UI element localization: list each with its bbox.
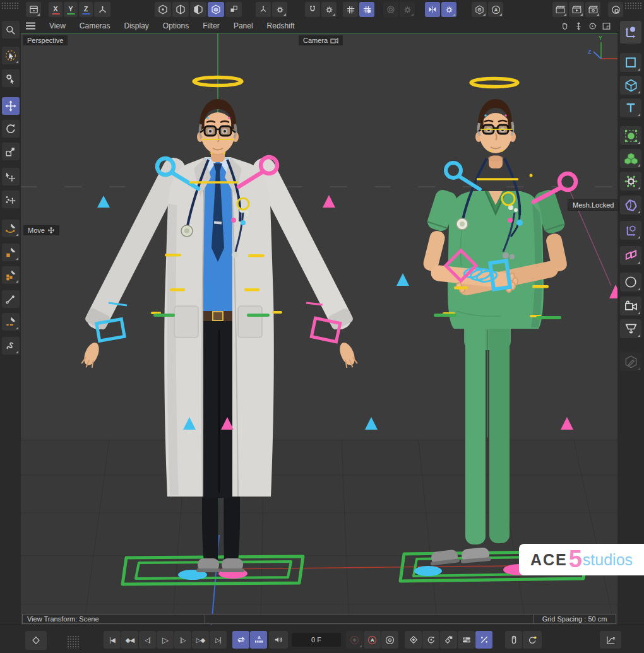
annotation-button[interactable]: A [488, 2, 503, 17]
key-rotation-button[interactable] [422, 631, 439, 649]
maximize-view-icon[interactable] [602, 21, 611, 31]
spline-pen-hard-button[interactable] [2, 244, 20, 261]
paint-brush-button[interactable] [2, 290, 20, 308]
scene-canvas[interactable]: Y X Z [21, 33, 617, 625]
annotation-pencil-button[interactable] [620, 352, 641, 371]
z-lock-button[interactable]: Z [79, 2, 93, 17]
key-interpolation-button[interactable] [475, 631, 492, 649]
render-view-button[interactable] [552, 2, 568, 17]
play-button[interactable]: ▷ [157, 631, 174, 649]
fcurve-button[interactable] [600, 631, 621, 649]
point-move-button[interactable] [2, 191, 20, 208]
axis-modeling-button[interactable] [94, 2, 110, 17]
current-frame-field[interactable]: 0 F [292, 633, 341, 647]
autokey-toggle-button[interactable]: A [364, 631, 381, 649]
polygons-mode-button[interactable] [190, 2, 206, 17]
object-axis-mode-button[interactable] [225, 2, 242, 17]
nurse-left-foot-control[interactable] [414, 566, 442, 576]
scale-tool-button[interactable] [2, 143, 20, 160]
keying-settings-button[interactable] [381, 631, 398, 649]
brush-icon [4, 293, 16, 305]
viewport-panel-button[interactable] [26, 2, 41, 17]
menu-view[interactable]: View [49, 21, 66, 30]
autokey-keys-button[interactable]: A [250, 631, 267, 649]
render-settings-button[interactable] [585, 2, 600, 17]
key-scale-button[interactable] [440, 631, 457, 649]
menu-panel[interactable]: Panel [234, 21, 253, 30]
workplane-button[interactable] [256, 2, 271, 17]
subdivision-generator-button[interactable] [620, 126, 641, 145]
volume-generator-button[interactable] [620, 149, 641, 168]
falloff-button[interactable] [383, 2, 398, 17]
instance-button[interactable] [620, 246, 641, 265]
timeline-drag-handle[interactable] [67, 635, 80, 649]
toolbar-drag-handle[interactable] [1, 2, 20, 10]
material-preview-button[interactable] [608, 2, 623, 17]
menu-icon[interactable] [26, 22, 35, 30]
pan-hand-icon[interactable] [560, 21, 569, 31]
x-lock-button[interactable]: X [49, 2, 63, 17]
quantize-button[interactable] [343, 2, 358, 17]
key-parameters-button[interactable] [458, 631, 475, 649]
rotate-record-button[interactable] [523, 631, 542, 649]
key-position-button[interactable] [405, 631, 422, 649]
camera-label[interactable]: Camera [299, 35, 343, 45]
live-selection-button[interactable] [2, 47, 20, 64]
mouse-record-button[interactable] [505, 631, 522, 649]
sound-button[interactable] [269, 631, 288, 649]
go-to-end-button[interactable]: ▷| [210, 631, 227, 649]
quantize-lock-button[interactable] [359, 2, 374, 17]
go-to-start-button[interactable]: |◀ [104, 631, 121, 649]
record-keyframe-button[interactable] [346, 631, 363, 649]
symmetry-button[interactable] [425, 2, 440, 17]
render-picture-viewer-button[interactable] [569, 2, 584, 17]
loop-playback-button[interactable] [232, 631, 249, 649]
previous-key-button[interactable]: ◆◀ [121, 631, 138, 649]
mesh-locked-button[interactable] [620, 196, 641, 215]
spline-pen-volume-button[interactable] [2, 266, 20, 284]
workplane-settings-button[interactable] [272, 2, 287, 17]
dolly-icon[interactable] [574, 21, 583, 31]
simulation-generator-button[interactable] [620, 172, 641, 191]
rectangle-spline-button[interactable] [620, 53, 641, 72]
menu-filter[interactable]: Filter [203, 21, 220, 30]
menu-display[interactable]: Display [124, 21, 148, 30]
next-key-button[interactable]: ▷◆ [192, 631, 209, 649]
model-mode-button[interactable] [208, 2, 224, 17]
menu-cameras[interactable]: Cameras [80, 21, 110, 30]
viewport-3d[interactable]: Y X Z Perspective Camera Move View Trans… [21, 33, 617, 625]
symmetry-settings-button[interactable] [441, 2, 456, 17]
spline-pen-smooth-button[interactable] [2, 220, 20, 237]
keyframe-diamond-button[interactable] [25, 631, 47, 650]
coordinates-button[interactable] [620, 21, 641, 44]
search-button[interactable] [2, 21, 20, 38]
edges-mode-button[interactable] [172, 2, 189, 17]
camera-object-button[interactable] [620, 297, 641, 315]
sketch-spline-button[interactable] [2, 337, 20, 355]
toolbar-drag-handle-right[interactable] [624, 2, 643, 10]
snap-button[interactable] [305, 2, 320, 17]
view-label[interactable]: Perspective [23, 35, 68, 45]
cursor-move-button[interactable] [2, 168, 20, 185]
menu-options[interactable]: Options [163, 21, 189, 30]
tweak-button[interactable] [2, 69, 20, 87]
spline-pen-dashed-button[interactable] [2, 313, 20, 331]
next-frame-button[interactable]: |▷ [174, 631, 191, 649]
axis-edit-button[interactable] [620, 221, 641, 240]
go-to-start-glyph: |◀ [109, 637, 114, 644]
environment-button[interactable] [620, 273, 641, 291]
move-tool-button[interactable] [2, 97, 20, 115]
text-primitive-button[interactable] [620, 98, 641, 117]
snap-settings-button[interactable] [321, 2, 337, 17]
cube-primitive-button[interactable] [620, 76, 641, 95]
y-lock-button[interactable]: Y [64, 2, 78, 17]
points-mode-button[interactable] [155, 2, 171, 17]
viewport-solo-button[interactable] [472, 2, 487, 17]
previous-frame-button[interactable]: ◁| [139, 631, 156, 649]
menu-redshift[interactable]: Redshift [267, 21, 295, 30]
orbit-icon[interactable] [588, 21, 597, 31]
falloff-settings-button[interactable] [400, 2, 415, 17]
stage-object-button[interactable] [620, 319, 641, 338]
rotate-tool-button[interactable] [2, 120, 20, 138]
key-scale-icon [444, 635, 454, 645]
